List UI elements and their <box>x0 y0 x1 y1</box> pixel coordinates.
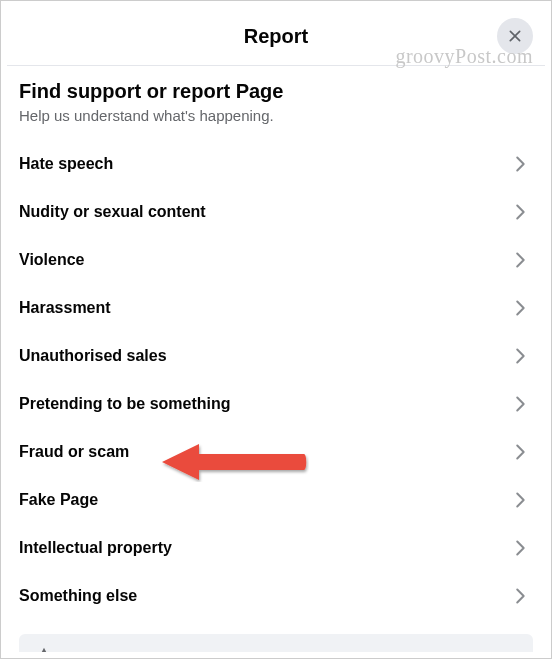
chevron-right-icon <box>509 201 531 223</box>
category-label: Something else <box>19 587 137 605</box>
category-nudity[interactable]: Nudity or sexual content <box>19 188 533 236</box>
chevron-right-icon <box>509 393 531 415</box>
report-category-list: Hate speech Nudity or sexual content Vio… <box>19 140 533 620</box>
category-label: Nudity or sexual content <box>19 203 206 221</box>
dialog-content: Find support or report Page Help us unde… <box>7 66 545 620</box>
category-intellectual-property[interactable]: Intellectual property <box>19 524 533 572</box>
chevron-right-icon <box>509 537 531 559</box>
dialog-header: Report <box>7 7 545 66</box>
footer-alert-text: Contact the police in your area if anyon… <box>67 649 494 653</box>
category-fake-page[interactable]: Fake Page <box>19 476 533 524</box>
chevron-right-icon <box>509 585 531 607</box>
chevron-right-icon <box>509 153 531 175</box>
close-button[interactable] <box>497 18 533 54</box>
category-something-else[interactable]: Something else <box>19 572 533 620</box>
category-label: Harassment <box>19 299 111 317</box>
category-label: Intellectual property <box>19 539 172 557</box>
category-fraud-scam[interactable]: Fraud or scam <box>19 428 533 476</box>
warning-icon <box>33 646 55 652</box>
category-label: Hate speech <box>19 155 113 173</box>
category-violence[interactable]: Violence <box>19 236 533 284</box>
section-subtitle: Help us understand what's happening. <box>19 107 533 124</box>
chevron-right-icon <box>509 297 531 319</box>
dialog-title: Report <box>244 25 308 48</box>
section-title: Find support or report Page <box>19 80 533 103</box>
chevron-right-icon <box>509 249 531 271</box>
category-pretending[interactable]: Pretending to be something <box>19 380 533 428</box>
category-label: Pretending to be something <box>19 395 231 413</box>
category-label: Violence <box>19 251 85 269</box>
category-label: Fake Page <box>19 491 98 509</box>
category-label: Fraud or scam <box>19 443 129 461</box>
chevron-right-icon <box>509 345 531 367</box>
category-label: Unauthorised sales <box>19 347 167 365</box>
chevron-right-icon <box>509 441 531 463</box>
category-hate-speech[interactable]: Hate speech <box>19 140 533 188</box>
chevron-right-icon <box>509 489 531 511</box>
footer-alert: Contact the police in your area if anyon… <box>19 634 533 652</box>
category-harassment[interactable]: Harassment <box>19 284 533 332</box>
close-icon <box>505 26 525 46</box>
category-unauthorised-sales[interactable]: Unauthorised sales <box>19 332 533 380</box>
